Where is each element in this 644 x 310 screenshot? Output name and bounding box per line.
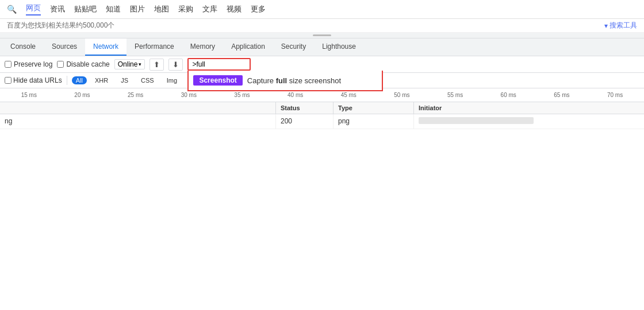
filter-css[interactable]: CSS [136,76,159,85]
baidu-navbar: 🔍 网页 资讯 贴贴吧 知道 图片 地图 采购 文库 视频 更多 [0,0,644,19]
download-button[interactable]: ⬇ [168,59,183,71]
col-header-name [0,102,276,114]
upload-button[interactable]: ⬆ [150,59,164,71]
devtools-drag-bar [0,33,644,38]
tick-35ms: 35 ms [234,92,250,98]
cell-status: 200 [276,114,334,129]
tick-50ms: 50 ms [394,92,409,98]
disable-cache-checkbox-label[interactable]: Disable cache [57,60,109,68]
nav-images[interactable]: 图片 [130,4,145,14]
table-row[interactable]: ng 200 png [0,114,644,129]
tick-30ms: 30 ms [181,92,197,98]
preserve-log-checkbox-label[interactable]: Preserve log [5,60,52,68]
tab-application[interactable]: Application [223,38,273,56]
tick-70ms: 70 ms [607,92,623,98]
tab-network[interactable]: Network [85,38,126,56]
tab-memory[interactable]: Memory [182,38,223,56]
filter-xhr[interactable]: XHR [90,76,113,85]
devtools-toolbar: Preserve log Disable cache Online ▾ ⬆ ⬇ … [0,56,644,73]
disable-cache-label: Disable cache [66,60,109,68]
tick-60ms: 60 ms [501,92,516,98]
col-header-status[interactable]: Status [276,102,334,114]
tick-45ms: 45 ms [341,92,356,98]
col-header-type[interactable]: Type [334,102,414,114]
initiator-blurred [419,117,534,124]
search-tools-btn[interactable]: ▾ 搜索工具 [604,21,637,30]
search-input[interactable] [187,58,251,71]
tick-55ms: 55 ms [447,92,463,98]
screenshot-badge[interactable]: Screenshot [193,75,242,86]
col-header-initiator[interactable]: Initiator [414,102,644,114]
nav-webpage[interactable]: 网页 [26,3,41,16]
drag-handle[interactable] [313,34,331,36]
search-suggestion-item[interactable]: Screenshot Capture full size screenshot [189,73,382,88]
cell-name: ng [0,114,276,129]
preserve-log-checkbox[interactable] [5,61,12,68]
tick-40ms: 40 ms [288,92,303,98]
filter-js[interactable]: JS [116,76,133,85]
nav-library[interactable]: 文库 [202,4,217,14]
nav-tieba[interactable]: 贴贴吧 [74,4,97,14]
cell-initiator [414,114,644,129]
online-select[interactable]: Online ▾ [114,59,145,69]
nav-map[interactable]: 地图 [154,4,169,14]
tick-15ms: 15 ms [21,92,37,98]
tab-console[interactable]: Console [2,38,44,56]
tab-performance[interactable]: Performance [126,38,182,56]
tick-20ms: 20 ms [74,92,90,98]
filter-img[interactable]: Img [162,76,182,85]
nav-zhidao[interactable]: 知道 [106,4,121,14]
search-suggestion-dropdown: Screenshot Capture full size screenshot [187,71,383,91]
nav-more[interactable]: 更多 [251,4,266,14]
tick-25ms: 25 ms [128,92,143,98]
filter-separator [67,76,67,85]
cell-type: png [334,114,414,129]
search-icon: 🔍 [7,5,17,14]
hide-data-urls-text: Hide data URLs [13,76,62,84]
nav-video[interactable]: 视频 [227,4,241,14]
tab-lighthouse[interactable]: Lighthouse [314,38,364,56]
devtools-tabs-bar: Console Sources Network Performance Memo… [0,38,644,56]
result-count-bar: 百度为您找到相关结果约500,000个 ▾ 搜索工具 [0,19,644,33]
timeline-ticks: 15 ms 20 ms 25 ms 30 ms 35 ms 40 ms 45 m… [2,92,642,98]
search-input-wrapper: Screenshot Capture full size screenshot [187,58,251,71]
nav-shopping[interactable]: 采购 [178,4,193,14]
tab-security[interactable]: Security [273,38,314,56]
tick-65ms: 65 ms [554,92,569,98]
hide-data-urls-label[interactable]: Hide data URLs [5,76,62,84]
tab-sources[interactable]: Sources [44,38,85,56]
online-label: Online [118,60,138,68]
disable-cache-checkbox[interactable] [57,61,64,68]
hide-data-urls-checkbox[interactable] [5,77,12,84]
preserve-log-label: Preserve log [14,60,52,68]
network-table-header: Status Type Initiator [0,102,644,114]
suggestion-text: Capture full size screenshot [247,76,341,85]
filter-all[interactable]: All [72,76,87,84]
filter-icon: ▾ [604,22,608,30]
dropdown-arrow-icon: ▾ [139,61,141,67]
result-count: 百度为您找到相关结果约500,000个 [7,21,114,30]
nav-news[interactable]: 资讯 [50,4,65,14]
